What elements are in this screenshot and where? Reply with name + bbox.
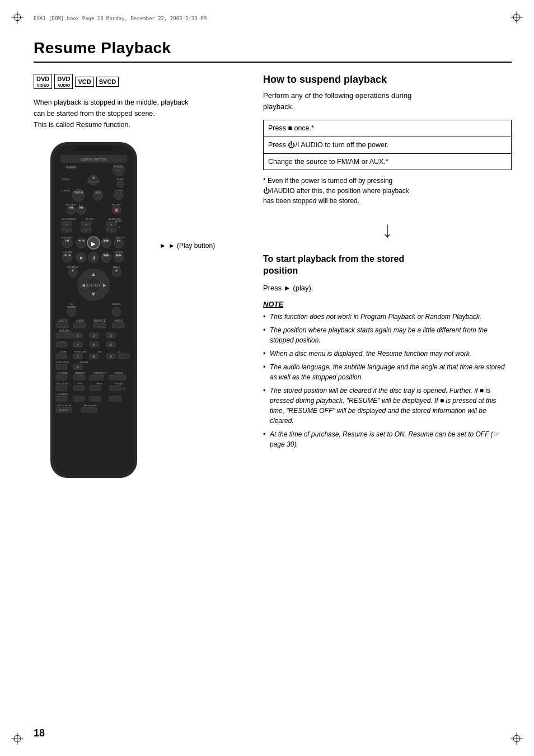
note-item-1: This function does not work in Program P…: [263, 312, 512, 322]
svg-text:⏮: ⏮: [69, 205, 73, 209]
down-arrow: ↓: [263, 217, 512, 242]
svg-text:◄◄: ◄◄: [77, 238, 85, 242]
svg-text:TV VOL: TV VOL: [86, 218, 94, 220]
svg-text:A.STNDBY: A.STNDBY: [57, 393, 68, 396]
svg-text:DIMMER: DIMMER: [66, 166, 77, 169]
intro-text: When playback is stopped in the middle, …: [34, 97, 246, 130]
svg-rect-108: [112, 323, 124, 328]
svg-text:TA/News&Info: TA/News&Info: [82, 404, 97, 407]
svg-text:▲: ▲: [91, 271, 96, 277]
crosshair-bottom-right: [510, 732, 523, 745]
svg-text:▶: ▶: [91, 241, 96, 247]
stored-title: To start playback from the stored positi…: [263, 253, 512, 277]
note-item-4: The audio language, the subtitle languag…: [263, 362, 512, 382]
svg-text:PTY: PTY: [78, 382, 82, 385]
file-info: EXA1 [DOM].book Page 18 Monday, December…: [34, 16, 207, 21]
svg-text:▶▶: ▶▶: [104, 253, 110, 257]
svg-text:+10: +10: [117, 350, 121, 353]
svg-text:S.WFR OUT: S.WFR OUT: [93, 372, 106, 374]
svg-point-98: [67, 307, 76, 316]
svg-rect-110: [56, 333, 73, 338]
svg-text:TREBLE: TREBLE: [114, 382, 123, 385]
svg-text:⏭: ⏭: [79, 205, 83, 209]
svg-text:+: +: [85, 223, 87, 226]
crosshair-top-left: [11, 11, 24, 24]
right-column: How to suspend playback Perform any of t…: [263, 74, 512, 488]
svg-rect-150: [90, 375, 104, 380]
svg-rect-170: [81, 407, 97, 412]
svg-text:⏸: ⏸: [91, 255, 96, 261]
svg-text:DVD LEVEL: DVD LEVEL: [57, 382, 69, 385]
svg-rect-140: [56, 364, 67, 369]
svg-rect-119: [56, 342, 67, 347]
remote-svg: DISPLAY CONTROL DIMMER ⏻/I AUDIO (• •) U…: [34, 139, 157, 488]
svg-text:▶▶: ▶▶: [104, 238, 110, 242]
svg-text:PLAY MODE: PLAY MODE: [57, 361, 69, 364]
svg-text:⏮: ⏮: [65, 238, 69, 242]
badge-svcd: SVCD: [96, 77, 119, 87]
svg-rect-105: [56, 323, 68, 328]
svg-text:ZOOM: ZOOM: [59, 350, 66, 353]
svg-text:+: +: [110, 223, 113, 226]
svg-text:◄◄: ◄◄: [63, 253, 71, 257]
svg-rect-14: [76, 146, 112, 151]
svg-rect-151: [109, 375, 126, 380]
svg-text:(• •): (• •): [117, 170, 120, 172]
suspend-table: Press ■ once.* Press ⏻/I AUDIO to turn o…: [263, 120, 512, 170]
svg-text:🔇: 🔇: [114, 208, 119, 213]
note-item-3: When a disc menu is displayed, the Resum…: [263, 349, 512, 359]
svg-rect-164: [90, 396, 101, 401]
page-title: Resume Playback: [34, 39, 512, 63]
svg-text:▶▶: ▶▶: [116, 253, 122, 257]
svg-text:+: +: [65, 223, 68, 226]
note-title: NOTE: [263, 300, 512, 308]
svg-text:■: ■: [79, 255, 82, 261]
svg-text:TV CHANNEL: TV CHANNEL: [62, 218, 76, 220]
note-item-6: At the time of purchase, Resume is set t…: [263, 429, 512, 449]
svg-text:ENTER: ENTER: [87, 283, 100, 287]
page-number: 18: [34, 727, 45, 739]
suspend-row-1: Press ■ once.*: [264, 120, 511, 137]
svg-rect-130: [56, 354, 67, 359]
svg-rect-157: [73, 386, 85, 391]
svg-rect-165: [109, 396, 121, 401]
note-item-2: The position where playback starts again…: [263, 325, 512, 345]
svg-text:MEMORY: MEMORY: [75, 372, 85, 374]
svg-text:AUDIO: AUDIO: [76, 320, 85, 322]
crosshair-bottom-left: [11, 732, 24, 745]
svg-text:⏭: ⏭: [117, 238, 121, 242]
remote-illustration: DISPLAY CONTROL DIMMER ⏻/I AUDIO (• •) U…: [34, 139, 246, 488]
footnote: * Even if the power is turned off by pre…: [263, 176, 512, 206]
svg-text:SLEEP: SLEEP: [117, 178, 124, 181]
svg-text:▲: ▲: [71, 268, 75, 272]
svg-rect-162: [56, 396, 67, 401]
svg-rect-107: [93, 323, 106, 328]
svg-rect-106: [73, 323, 86, 328]
svg-rect-137: [118, 354, 129, 359]
left-column: DVD VIDEO DVD AUDIO VCD SVCD When playba…: [34, 74, 246, 488]
svg-text:ANGLE: ANGLE: [114, 320, 123, 322]
svg-point-33: [114, 191, 123, 200]
svg-rect-156: [56, 386, 67, 391]
badge-vcd: VCD: [75, 77, 93, 87]
svg-text:⏻/I AUDIO: ⏻/I AUDIO: [113, 165, 124, 168]
svg-text:AUDIO: AUDIO: [115, 220, 123, 223]
svg-text:FM MODE: FM MODE: [58, 372, 68, 374]
svg-text:AUX: AUX: [95, 191, 100, 194]
svg-text:⏏: ⏏: [92, 176, 95, 179]
suspend-subtitle: Perform any of the following operations …: [263, 90, 512, 112]
svg-point-26: [117, 181, 124, 187]
content-area: DVD VIDEO DVD AUDIO VCD SVCD When playba…: [34, 74, 512, 488]
page-container: EXA1 [DOM].book Page 18 Monday, December…: [0, 0, 534, 756]
suspend-row-3: Change the source to FM/AM or AUX.*: [264, 154, 511, 170]
svg-point-100: [112, 307, 121, 316]
svg-text:OPEN/CLOSE: OPEN/CLOSE: [87, 181, 100, 183]
svg-text:UPPER: UPPER: [62, 178, 69, 181]
badge-dvd-video: DVD VIDEO: [34, 74, 52, 89]
svg-text:BASS: BASS: [97, 382, 103, 385]
press-play: Press ► (play).: [263, 284, 512, 292]
svg-text:REPEAT: REPEAT: [79, 361, 88, 364]
svg-text:RDS DISPLAY: RDS DISPLAY: [57, 404, 72, 407]
svg-text:CANCEL: CANCEL: [112, 303, 121, 306]
svg-rect-163: [73, 396, 85, 401]
